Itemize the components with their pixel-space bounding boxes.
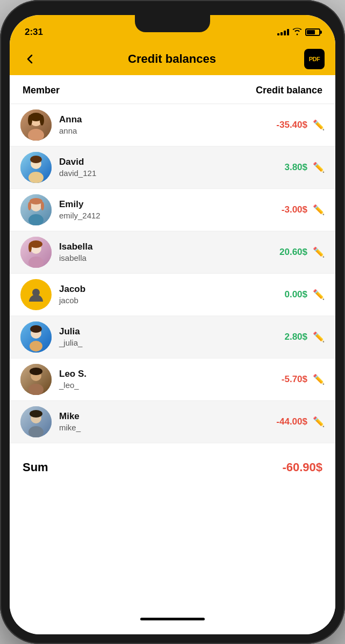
table-row: Mike mike_ -44.00$ ✏️ [10, 401, 335, 443]
balance-value: -5.70$ [264, 374, 307, 385]
edit-icon[interactable]: ✏️ [313, 331, 325, 343]
back-button[interactable] [20, 49, 40, 69]
phone-frame: 2:31 [0, 0, 345, 644]
edit-icon[interactable]: ✏️ [313, 119, 325, 131]
content-area: Member Credit balance [10, 75, 335, 634]
balance-area: 2.80$ ✏️ [264, 331, 325, 343]
member-username: _julia_ [59, 338, 264, 348]
sum-value: -60.90$ [282, 460, 322, 474]
signal-icon [277, 29, 289, 35]
app-header: Credit balances PDF [10, 43, 335, 75]
home-indicator [140, 618, 205, 620]
table-row: Emily emily_2412 -3.00$ ✏️ [10, 189, 335, 231]
edit-icon[interactable]: ✏️ [313, 374, 325, 385]
svg-point-29 [30, 368, 42, 375]
column-balance: Credit balance [256, 85, 322, 96]
member-name: Mike [59, 411, 264, 422]
member-info: Anna anna [52, 114, 264, 136]
member-username: isabella [59, 253, 264, 264]
member-info: Jacob jacob [52, 283, 264, 306]
table-row: Anna anna -35.40$ ✏️ [10, 104, 335, 147]
svg-point-32 [28, 426, 44, 437]
svg-point-4 [28, 115, 32, 126]
edit-icon[interactable]: ✏️ [313, 162, 325, 173]
status-time: 2:31 [25, 27, 43, 38]
svg-point-15 [41, 202, 44, 210]
member-info: Leo S. _leo_ [52, 368, 264, 391]
balance-value: 0.00$ [264, 289, 307, 300]
member-name: Emily [59, 199, 264, 210]
member-info: Mike mike_ [52, 411, 264, 433]
svg-point-33 [30, 410, 42, 418]
balance-value: -3.00$ [264, 204, 307, 215]
member-info: Emily emily_2412 [52, 199, 264, 221]
balance-area: -5.70$ ✏️ [264, 374, 325, 385]
member-info: David david_121 [52, 156, 264, 179]
svg-point-14 [28, 202, 31, 210]
column-member: Member [23, 85, 60, 96]
balance-area: 0.00$ ✏️ [264, 289, 325, 301]
edit-icon[interactable]: ✏️ [313, 204, 325, 216]
table-header: Member Credit balance [10, 75, 335, 104]
member-username: david_121 [59, 168, 264, 179]
member-username: emily_2412 [59, 210, 264, 221]
member-info: Isabella isabella [52, 241, 264, 264]
table-row: Isabella isabella 20.60$ ✏️ [10, 231, 335, 274]
avatar [20, 194, 52, 225]
member-name: Julia [59, 326, 264, 338]
member-username: anna [59, 126, 264, 136]
table-row: Julia _julia_ 2.80$ ✏️ [10, 316, 335, 358]
pdf-button[interactable]: PDF [304, 49, 325, 69]
avatar [20, 321, 52, 353]
avatar [20, 152, 52, 183]
table-row: David david_121 3.80$ ✏️ [10, 147, 335, 189]
balance-value: 20.60$ [264, 247, 307, 258]
balance-area: -3.00$ ✏️ [264, 204, 325, 216]
avatar [20, 406, 52, 437]
member-username: jacob [59, 295, 264, 306]
edit-icon[interactable]: ✏️ [313, 416, 325, 428]
notch [135, 15, 210, 32]
balance-value: -35.40$ [264, 120, 307, 130]
member-username: mike_ [59, 422, 264, 433]
svg-point-20 [28, 243, 32, 252]
svg-point-18 [28, 257, 44, 268]
status-icons [277, 28, 320, 37]
avatar [20, 109, 52, 141]
table-row: Jacob jacob 0.00$ ✏️ [10, 274, 335, 316]
svg-point-12 [28, 214, 44, 225]
phone-screen: 2:31 [10, 15, 335, 634]
member-name: Anna [59, 114, 264, 126]
svg-point-25 [30, 325, 42, 333]
sum-row: Sum -60.90$ [10, 448, 335, 487]
member-name: David [59, 156, 264, 168]
avatar [20, 237, 52, 268]
table-row: Leo S. _leo_ -5.70$ ✏️ [10, 358, 335, 401]
balance-value: 2.80$ [264, 332, 307, 342]
svg-point-9 [30, 156, 42, 163]
balance-value: 3.80$ [264, 162, 307, 173]
edit-icon[interactable]: ✏️ [313, 246, 325, 258]
svg-point-13 [30, 198, 42, 204]
avatar-placeholder [20, 279, 52, 310]
balance-area: -44.00$ ✏️ [264, 416, 325, 428]
edit-icon[interactable]: ✏️ [313, 289, 325, 301]
member-name: Isabella [59, 241, 264, 253]
svg-point-8 [28, 172, 44, 183]
member-username: _leo_ [59, 380, 264, 391]
balance-area: 3.80$ ✏️ [264, 162, 325, 173]
member-name: Jacob [59, 283, 264, 295]
balance-value: -44.00$ [264, 416, 307, 427]
pdf-icon-label: PDF [309, 56, 320, 62]
svg-point-28 [28, 384, 44, 395]
member-name: Leo S. [59, 368, 264, 380]
member-info: Julia _julia_ [52, 326, 264, 348]
sum-label: Sum [23, 460, 48, 474]
battery-icon [305, 28, 320, 36]
page-title: Credit balances [128, 52, 216, 66]
svg-point-5 [40, 115, 44, 126]
balance-area: 20.60$ ✏️ [264, 246, 325, 258]
wifi-icon [292, 28, 302, 37]
balance-area: -35.40$ ✏️ [264, 119, 325, 131]
avatar [20, 364, 52, 395]
